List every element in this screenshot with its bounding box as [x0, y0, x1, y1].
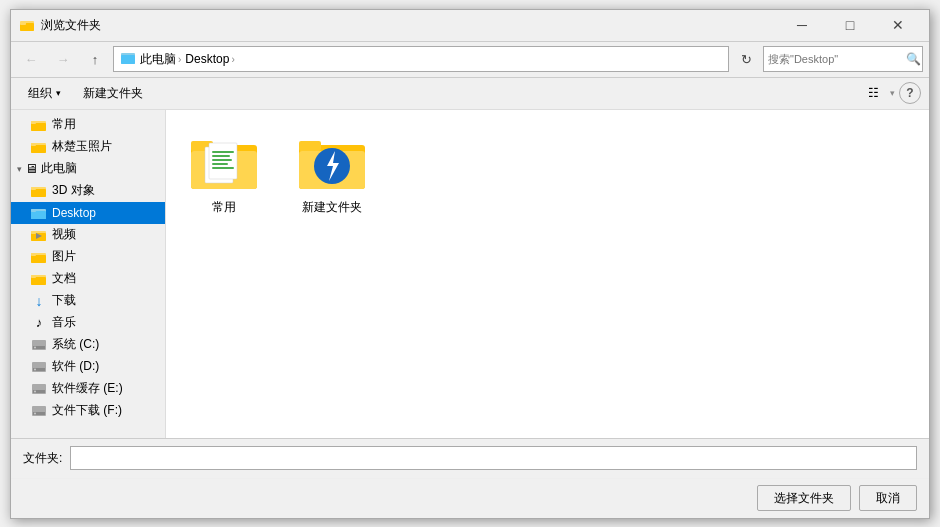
- svg-rect-22: [31, 255, 46, 263]
- sidebar-label: Desktop: [52, 206, 96, 220]
- refresh-button[interactable]: ↻: [733, 46, 759, 72]
- dialog-title: 浏览文件夹: [41, 17, 779, 34]
- address-bar: ← → ↑ 此电脑 › Desktop › ↻ 🔍: [11, 42, 929, 78]
- sidebar-label: 3D 对象: [52, 182, 95, 199]
- svg-rect-25: [31, 277, 46, 285]
- sidebar-item-document[interactable]: 文档: [11, 268, 165, 290]
- svg-rect-9: [31, 145, 46, 153]
- drive-c-icon: [31, 337, 47, 353]
- svg-rect-47: [212, 163, 228, 165]
- main-content: 常用 林楚玉照片 ▾ 🖥 此电脑: [11, 110, 929, 438]
- action-buttons: 选择文件夹 取消: [11, 478, 929, 518]
- window-controls: ─ □ ✕: [779, 9, 921, 41]
- folder-video-icon: [31, 227, 47, 243]
- svg-rect-48: [212, 167, 234, 169]
- up-button[interactable]: ↑: [81, 46, 109, 72]
- sidebar-label: 下载: [52, 292, 76, 309]
- select-folder-button[interactable]: 选择文件夹: [757, 485, 851, 511]
- folder-picture-icon: [31, 249, 47, 265]
- toolbar-right: ☷ ▾ ?: [860, 81, 921, 105]
- sidebar-label: 林楚玉照片: [52, 138, 112, 155]
- toolbar: 组织 ▾ 新建文件夹 ☷ ▾ ?: [11, 78, 929, 110]
- music-icon: ♪: [31, 315, 47, 331]
- bottom-bar: 文件夹:: [11, 438, 929, 478]
- collapse-icon: ▾: [17, 164, 22, 174]
- svg-rect-44: [212, 151, 234, 153]
- svg-point-35: [34, 390, 36, 392]
- title-bar: 浏览文件夹 ─ □ ✕: [11, 10, 929, 42]
- folder-document-icon: [31, 271, 47, 287]
- sidebar-item-video[interactable]: 视频: [11, 224, 165, 246]
- organize-button[interactable]: 组织 ▾: [19, 81, 70, 105]
- sidebar-item-3d[interactable]: 3D 对象: [11, 180, 165, 202]
- svg-rect-15: [31, 211, 46, 219]
- path-icon: [120, 50, 136, 69]
- svg-rect-4: [121, 55, 135, 64]
- search-box: 🔍: [763, 46, 923, 72]
- svg-rect-12: [31, 189, 46, 197]
- drive-d-icon: [31, 359, 47, 375]
- sidebar-label: 系统 (C:): [52, 336, 99, 353]
- svg-rect-16: [31, 209, 36, 212]
- path-pc: 此电脑 ›: [140, 51, 181, 68]
- folder-name-changyong: 常用: [212, 199, 236, 216]
- sidebar-label: 文档: [52, 270, 76, 287]
- sidebar-item-e[interactable]: 软件缓存 (E:): [11, 378, 165, 400]
- svg-rect-19: [31, 231, 36, 234]
- forward-button[interactable]: →: [49, 46, 77, 72]
- folder-input[interactable]: [70, 446, 917, 470]
- help-button[interactable]: ?: [899, 82, 921, 104]
- svg-rect-45: [212, 155, 230, 157]
- sidebar: 常用 林楚玉照片 ▾ 🖥 此电脑: [11, 110, 166, 438]
- search-icon[interactable]: 🔍: [906, 52, 921, 66]
- sidebar-item-f[interactable]: 文件下载 (F:): [11, 400, 165, 422]
- search-input[interactable]: [768, 53, 906, 65]
- svg-rect-46: [212, 159, 232, 161]
- sidebar-item-d[interactable]: 软件 (D:): [11, 356, 165, 378]
- pc-icon: 🖥: [25, 161, 38, 176]
- drive-e-icon: [31, 381, 47, 397]
- dialog-icon: [19, 17, 35, 33]
- sidebar-item-changyong[interactable]: 常用: [11, 114, 165, 136]
- folder-icon-new: [297, 133, 367, 193]
- sidebar-label: 视频: [52, 226, 76, 243]
- sidebar-item-picture[interactable]: 图片: [11, 246, 165, 268]
- sidebar-group-thispc[interactable]: ▾ 🖥 此电脑: [11, 158, 165, 180]
- back-button[interactable]: ←: [17, 46, 45, 72]
- browse-folder-dialog: 浏览文件夹 ─ □ ✕ ← → ↑ 此电脑 › Desktop ›: [10, 9, 930, 519]
- folder-icon-changyong: [189, 133, 259, 193]
- sidebar-label: 此电脑: [41, 160, 77, 177]
- svg-rect-50: [299, 141, 321, 151]
- cancel-button[interactable]: 取消: [859, 485, 917, 511]
- sidebar-item-download[interactable]: ↓ 下载: [11, 290, 165, 312]
- sidebar-label: 软件缓存 (E:): [52, 380, 123, 397]
- sidebar-label: 文件下载 (F:): [52, 402, 122, 419]
- sidebar-item-c[interactable]: 系统 (C:): [11, 334, 165, 356]
- folder-new[interactable]: 新建文件夹: [290, 126, 374, 223]
- drive-f-icon: [31, 403, 47, 419]
- sidebar-label: 音乐: [52, 314, 76, 331]
- folder-photos-icon: [31, 139, 47, 155]
- sidebar-item-music[interactable]: ♪ 音乐: [11, 312, 165, 334]
- sidebar-item-photos[interactable]: 林楚玉照片: [11, 136, 165, 158]
- svg-rect-13: [31, 187, 36, 190]
- minimize-button[interactable]: ─: [779, 9, 825, 41]
- file-area: 常用: [166, 110, 929, 438]
- folder-desktop-icon: [31, 205, 47, 221]
- new-folder-button[interactable]: 新建文件夹: [74, 81, 152, 105]
- svg-point-29: [34, 346, 36, 348]
- svg-rect-2: [20, 22, 26, 25]
- sidebar-label: 常用: [52, 116, 76, 133]
- organize-dropdown-icon: ▾: [56, 88, 61, 98]
- folder-3d-icon: [31, 183, 47, 199]
- download-icon: ↓: [31, 293, 47, 309]
- svg-rect-7: [31, 121, 36, 124]
- maximize-button[interactable]: □: [827, 9, 873, 41]
- sidebar-item-desktop[interactable]: Desktop: [11, 202, 165, 224]
- svg-rect-10: [31, 143, 36, 146]
- svg-rect-6: [31, 123, 46, 131]
- view-button[interactable]: ☷: [860, 81, 886, 105]
- close-button[interactable]: ✕: [875, 9, 921, 41]
- address-path[interactable]: 此电脑 › Desktop ›: [113, 46, 729, 72]
- folder-changyong[interactable]: 常用: [182, 126, 266, 223]
